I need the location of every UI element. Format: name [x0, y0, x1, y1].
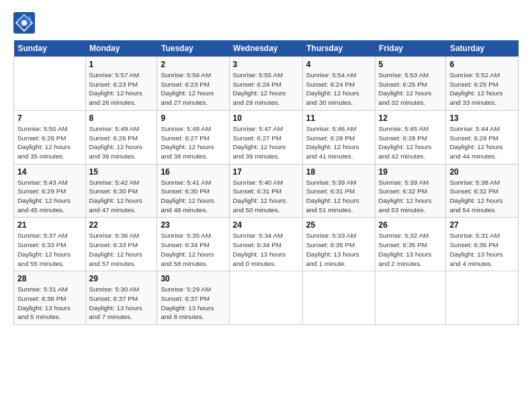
- day-number: 4: [306, 60, 371, 69]
- day-cell: 17Sunrise: 5:40 AM Sunset: 6:31 PM Dayli…: [229, 164, 302, 218]
- day-number: 13: [449, 113, 515, 123]
- day-number: 12: [379, 113, 443, 123]
- day-cell: 13Sunrise: 5:44 AM Sunset: 6:29 PM Dayli…: [446, 110, 519, 164]
- day-number: 25: [306, 220, 371, 230]
- week-row-5: 28Sunrise: 5:31 AM Sunset: 6:36 PM Dayli…: [14, 271, 519, 325]
- day-number: 18: [306, 167, 371, 177]
- day-info: Sunrise: 5:45 AM Sunset: 6:28 PM Dayligh…: [379, 124, 443, 161]
- day-info: Sunrise: 5:38 AM Sunset: 6:32 PM Dayligh…: [449, 178, 515, 215]
- day-info: Sunrise: 5:34 AM Sunset: 6:34 PM Dayligh…: [233, 231, 299, 268]
- day-cell: 7Sunrise: 5:50 AM Sunset: 6:26 PM Daylig…: [14, 110, 86, 164]
- day-cell: 11Sunrise: 5:46 AM Sunset: 6:28 PM Dayli…: [302, 110, 375, 164]
- day-number: 11: [306, 113, 371, 123]
- day-cell: 26Sunrise: 5:32 AM Sunset: 6:35 PM Dayli…: [375, 218, 446, 271]
- svg-point-3: [21, 20, 27, 26]
- day-number: 3: [233, 60, 299, 69]
- calendar-table: SundayMondayTuesdayWednesdayThursdayFrid…: [13, 40, 519, 325]
- logo-icon: [13, 12, 35, 34]
- col-header-saturday: Saturday: [446, 40, 519, 57]
- day-cell: 1Sunrise: 5:57 AM Sunset: 6:23 PM Daylig…: [85, 57, 157, 111]
- day-cell: 27Sunrise: 5:31 AM Sunset: 6:36 PM Dayli…: [446, 218, 519, 271]
- col-header-wednesday: Wednesday: [229, 40, 302, 57]
- day-number: 1: [89, 60, 154, 69]
- day-number: 28: [17, 274, 82, 283]
- day-number: 26: [379, 220, 443, 230]
- day-info: Sunrise: 5:30 AM Sunset: 6:37 PM Dayligh…: [89, 285, 154, 322]
- day-info: Sunrise: 5:55 AM Sunset: 6:24 PM Dayligh…: [233, 71, 299, 107]
- day-cell: [229, 271, 302, 325]
- day-number: 19: [379, 167, 443, 177]
- col-header-tuesday: Tuesday: [157, 40, 229, 57]
- day-number: 14: [17, 167, 82, 177]
- day-info: Sunrise: 5:54 AM Sunset: 6:24 PM Dayligh…: [306, 71, 371, 107]
- header: [13, 12, 519, 34]
- day-cell: [14, 57, 86, 111]
- day-number: 17: [233, 167, 299, 177]
- day-cell: 22Sunrise: 5:36 AM Sunset: 6:33 PM Dayli…: [85, 218, 157, 271]
- day-info: Sunrise: 5:57 AM Sunset: 6:23 PM Dayligh…: [89, 71, 154, 107]
- day-info: Sunrise: 5:47 AM Sunset: 6:27 PM Dayligh…: [233, 124, 299, 161]
- day-info: Sunrise: 5:46 AM Sunset: 6:28 PM Dayligh…: [306, 124, 371, 161]
- day-cell: 16Sunrise: 5:41 AM Sunset: 6:30 PM Dayli…: [157, 164, 229, 218]
- day-info: Sunrise: 5:33 AM Sunset: 6:35 PM Dayligh…: [306, 231, 371, 268]
- day-number: 21: [17, 220, 82, 230]
- day-cell: 18Sunrise: 5:39 AM Sunset: 6:31 PM Dayli…: [302, 164, 375, 218]
- day-info: Sunrise: 5:37 AM Sunset: 6:33 PM Dayligh…: [17, 231, 82, 268]
- day-info: Sunrise: 5:39 AM Sunset: 6:32 PM Dayligh…: [379, 178, 443, 215]
- day-number: 29: [89, 274, 154, 283]
- logo: [13, 12, 38, 34]
- day-info: Sunrise: 5:50 AM Sunset: 6:26 PM Dayligh…: [17, 124, 82, 161]
- day-number: 16: [161, 167, 225, 177]
- week-row-1: 1Sunrise: 5:57 AM Sunset: 6:23 PM Daylig…: [14, 57, 519, 111]
- day-cell: 5Sunrise: 5:53 AM Sunset: 6:25 PM Daylig…: [375, 57, 446, 111]
- week-row-2: 7Sunrise: 5:50 AM Sunset: 6:26 PM Daylig…: [14, 110, 519, 164]
- col-header-sunday: Sunday: [14, 40, 86, 57]
- day-cell: 15Sunrise: 5:42 AM Sunset: 6:30 PM Dayli…: [85, 164, 157, 218]
- day-cell: [375, 271, 446, 325]
- day-cell: 29Sunrise: 5:30 AM Sunset: 6:37 PM Dayli…: [85, 271, 157, 325]
- day-cell: 30Sunrise: 5:29 AM Sunset: 6:37 PM Dayli…: [157, 271, 229, 325]
- day-cell: 3Sunrise: 5:55 AM Sunset: 6:24 PM Daylig…: [229, 57, 302, 111]
- day-info: Sunrise: 5:35 AM Sunset: 6:34 PM Dayligh…: [161, 231, 225, 268]
- day-number: 23: [161, 220, 225, 230]
- day-number: 20: [449, 167, 515, 177]
- day-info: Sunrise: 5:43 AM Sunset: 6:29 PM Dayligh…: [17, 178, 82, 215]
- day-info: Sunrise: 5:29 AM Sunset: 6:37 PM Dayligh…: [161, 285, 225, 322]
- day-cell: 9Sunrise: 5:48 AM Sunset: 6:27 PM Daylig…: [157, 110, 229, 164]
- day-cell: 28Sunrise: 5:31 AM Sunset: 6:36 PM Dayli…: [14, 271, 86, 325]
- day-number: 10: [233, 113, 299, 123]
- day-number: 2: [161, 60, 225, 69]
- day-number: 30: [161, 274, 225, 283]
- day-info: Sunrise: 5:39 AM Sunset: 6:31 PM Dayligh…: [306, 178, 371, 215]
- day-info: Sunrise: 5:40 AM Sunset: 6:31 PM Dayligh…: [233, 178, 299, 215]
- day-cell: 23Sunrise: 5:35 AM Sunset: 6:34 PM Dayli…: [157, 218, 229, 271]
- day-cell: 6Sunrise: 5:52 AM Sunset: 6:25 PM Daylig…: [446, 57, 519, 111]
- day-cell: 12Sunrise: 5:45 AM Sunset: 6:28 PM Dayli…: [375, 110, 446, 164]
- day-info: Sunrise: 5:41 AM Sunset: 6:30 PM Dayligh…: [161, 178, 225, 215]
- day-info: Sunrise: 5:48 AM Sunset: 6:27 PM Dayligh…: [161, 124, 225, 161]
- day-info: Sunrise: 5:56 AM Sunset: 6:23 PM Dayligh…: [161, 71, 225, 107]
- col-header-friday: Friday: [375, 40, 446, 57]
- day-number: 7: [17, 113, 82, 123]
- day-number: 6: [449, 60, 515, 69]
- day-cell: [302, 271, 375, 325]
- day-info: Sunrise: 5:31 AM Sunset: 6:36 PM Dayligh…: [17, 285, 82, 322]
- col-header-monday: Monday: [85, 40, 157, 57]
- day-info: Sunrise: 5:42 AM Sunset: 6:30 PM Dayligh…: [89, 178, 154, 215]
- day-cell: 20Sunrise: 5:38 AM Sunset: 6:32 PM Dayli…: [446, 164, 519, 218]
- day-number: 22: [89, 220, 154, 230]
- day-info: Sunrise: 5:44 AM Sunset: 6:29 PM Dayligh…: [449, 124, 515, 161]
- day-number: 15: [89, 167, 154, 177]
- day-number: 24: [233, 220, 299, 230]
- col-header-thursday: Thursday: [302, 40, 375, 57]
- week-row-4: 21Sunrise: 5:37 AM Sunset: 6:33 PM Dayli…: [14, 218, 519, 271]
- day-info: Sunrise: 5:52 AM Sunset: 6:25 PM Dayligh…: [449, 71, 515, 107]
- day-number: 9: [161, 113, 225, 123]
- day-number: 8: [89, 113, 154, 123]
- day-cell: 21Sunrise: 5:37 AM Sunset: 6:33 PM Dayli…: [14, 218, 86, 271]
- day-cell: 4Sunrise: 5:54 AM Sunset: 6:24 PM Daylig…: [302, 57, 375, 111]
- day-info: Sunrise: 5:31 AM Sunset: 6:36 PM Dayligh…: [449, 231, 515, 268]
- day-info: Sunrise: 5:49 AM Sunset: 6:26 PM Dayligh…: [89, 124, 154, 161]
- day-info: Sunrise: 5:36 AM Sunset: 6:33 PM Dayligh…: [89, 231, 154, 268]
- day-cell: 25Sunrise: 5:33 AM Sunset: 6:35 PM Dayli…: [302, 218, 375, 271]
